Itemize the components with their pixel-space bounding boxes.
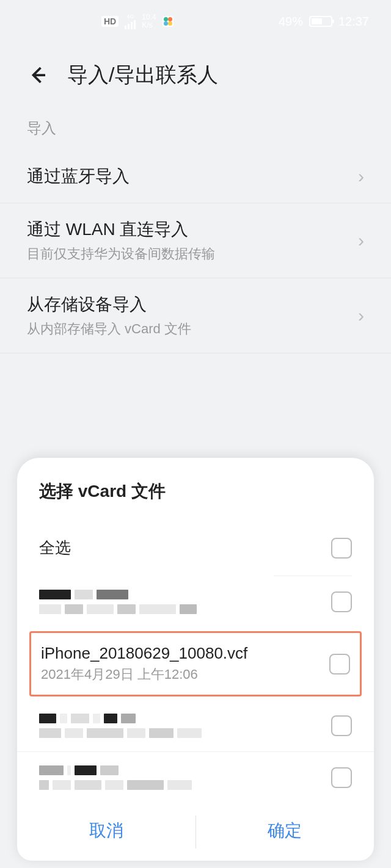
chevron-right-icon: › [358,305,364,326]
signal-icon: 4G [125,14,136,29]
cancel-button[interactable]: 取消 [17,819,196,842]
row-subtitle: 目前仅支持华为设备间数据传输 [27,245,215,263]
page-title: 导入/导出联系人 [67,61,218,89]
row-bluetooth-import[interactable]: 通过蓝牙导入 › [0,150,391,203]
file-row[interactable] [17,576,374,627]
row-title: 通过 WLAN 直连导入 [27,218,215,241]
vcard-sheet: 选择 vCard 文件 全选 iPhone_20180629_10080.vcf… [17,458,374,861]
row-wlan-import[interactable]: 通过 WLAN 直连导入 目前仅支持华为设备间数据传输 › [0,203,391,278]
checkbox[interactable] [331,591,352,612]
back-button[interactable] [24,62,51,89]
clock: 12:37 [338,15,369,29]
battery-icon [309,16,332,27]
checkbox[interactable] [329,654,350,675]
row-title: 从存储设备导入 [27,293,191,316]
battery-percent: 49% [279,15,303,29]
row-title: 通过蓝牙导入 [27,165,130,188]
checkbox[interactable] [331,715,352,736]
chevron-right-icon: › [358,230,364,251]
checkbox[interactable] [331,538,352,559]
chevron-right-icon: › [358,166,364,187]
select-all-label: 全选 [39,537,71,559]
file-row[interactable] [17,752,374,803]
header: 导入/导出联系人 [0,43,391,114]
status-bar: HD 4G 10.4K/s 49% 12:37 [0,0,391,43]
section-label: 导入 [0,114,391,150]
checkbox[interactable] [331,767,352,788]
net-speed: 10.4K/s [142,13,156,29]
redacted-file [39,765,192,790]
sheet-title: 选择 vCard 文件 [17,480,374,524]
confirm-button[interactable]: 确定 [196,819,374,842]
file-date: 2021年4月29日 上午12:06 [41,665,247,684]
redacted-file [39,714,202,738]
select-all-row[interactable]: 全选 [17,524,374,576]
app-icon [163,16,174,27]
file-name: iPhone_20180629_10080.vcf [41,644,247,663]
row-storage-import[interactable]: 从存储设备导入 从内部存储导入 vCard 文件 › [0,278,391,353]
file-row[interactable] [17,700,374,752]
file-row-highlighted[interactable]: iPhone_20180629_10080.vcf 2021年4月29日 上午1… [29,631,362,696]
arrow-left-icon [27,64,49,86]
hd-badge: HD [101,16,119,27]
row-subtitle: 从内部存储导入 vCard 文件 [27,320,191,338]
sheet-actions: 取消 确定 [17,803,374,861]
redacted-file [39,590,197,614]
